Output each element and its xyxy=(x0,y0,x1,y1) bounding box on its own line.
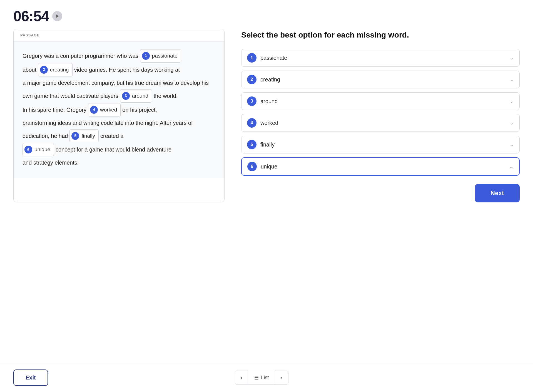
timer-area: 06:54 xyxy=(0,0,533,29)
passage-panel: PASSAGE Gregory was a computer programme… xyxy=(13,29,225,202)
dropdown-item-4[interactable]: 4 worked ⌄ xyxy=(241,114,520,132)
passage-line-3: a major game development company, but hi… xyxy=(23,77,215,89)
next-button[interactable]: Next xyxy=(475,184,520,202)
passage-text: Gregory was a computer programmer who wa… xyxy=(23,50,138,62)
dropdown-item-2[interactable]: 2 creating ⌄ xyxy=(241,71,520,88)
passage-header: PASSAGE xyxy=(14,29,224,41)
chevron-down-icon-6: ⌄ xyxy=(509,163,514,170)
chevron-down-icon-3: ⌄ xyxy=(510,98,514,104)
dropdown-label-4: worked xyxy=(260,120,506,126)
blank-num-3: 3 xyxy=(122,92,130,100)
dropdown-num-2: 2 xyxy=(247,75,256,84)
dropdown-item-3[interactable]: 3 around ⌄ xyxy=(241,92,520,110)
dropdown-item-6[interactable]: 6 unique ⌄ xyxy=(241,157,520,176)
passage-text: In his spare time, Gregory xyxy=(23,104,86,116)
dropdown-num-5: 5 xyxy=(247,140,256,149)
list-icon: ☰ xyxy=(254,375,259,381)
bottom-bar: Exit ‹ ☰ List › xyxy=(0,363,533,392)
blank-word-5: finally xyxy=(81,130,95,142)
passage-line-4: own game that would captivate players 3 … xyxy=(23,89,215,103)
passage-text: on his project, xyxy=(122,104,157,116)
dropdown-num-3: 3 xyxy=(247,96,256,106)
dropdown-label-1: passionate xyxy=(260,55,506,61)
blank-1: 1 passionate xyxy=(140,49,181,63)
passage-line-7: dedication, he had 5 finally created a xyxy=(23,129,215,143)
blank-word-2: creating xyxy=(50,64,69,75)
passage-line-9: and strategy elements. xyxy=(23,157,215,168)
blank-num-5: 5 xyxy=(71,132,79,140)
timer-display: 06:54 xyxy=(13,8,49,24)
chevron-down-icon-2: ⌄ xyxy=(510,76,514,83)
dropdown-num-4: 4 xyxy=(247,118,256,128)
dropdown-num-1: 1 xyxy=(247,53,256,63)
dropdown-num-6: 6 xyxy=(247,162,257,171)
passage-text: the world. xyxy=(154,90,178,102)
chevron-down-icon-5: ⌄ xyxy=(510,142,514,148)
blank-4: 4 worked xyxy=(88,103,121,116)
passage-text: brainstorming ideas and writing code lat… xyxy=(23,117,193,129)
passage-text: video games. He spent his days working a… xyxy=(74,64,180,76)
passage-line-8: 6 unique concept for a game that would b… xyxy=(23,143,215,156)
exit-button[interactable]: Exit xyxy=(13,369,48,386)
passage-text: concept for a game that would blend adve… xyxy=(56,144,171,155)
chevron-down-icon-4: ⌄ xyxy=(510,120,514,126)
blank-word-3: around xyxy=(132,90,148,101)
blank-word-1: passionate xyxy=(152,50,178,61)
passage-line-2: about 2 creating video games. He spent h… xyxy=(23,63,215,76)
blank-3: 3 around xyxy=(120,89,152,103)
dropdown-list: 1 passionate ⌄ 2 creating ⌄ 3 around ⌄ 4… xyxy=(241,49,520,176)
play-button[interactable] xyxy=(52,11,62,21)
blank-word-4: worked xyxy=(100,104,117,115)
blank-word-6: unique xyxy=(34,144,50,155)
dropdown-label-3: around xyxy=(260,98,506,105)
list-label: List xyxy=(261,375,269,381)
nav-next-button[interactable]: › xyxy=(275,371,288,385)
dropdown-label-2: creating xyxy=(260,76,506,83)
blank-num-2: 2 xyxy=(40,66,48,74)
passage-text: and strategy elements. xyxy=(23,157,79,168)
passage-body: Gregory was a computer programmer who wa… xyxy=(14,41,224,178)
nav-controls: ‹ ☰ List › xyxy=(235,371,288,385)
passage-line-1: Gregory was a computer programmer who wa… xyxy=(23,49,215,63)
right-panel: Select the best option for each missing … xyxy=(241,29,520,202)
blank-num-1: 1 xyxy=(142,52,150,60)
blank-5: 5 finally xyxy=(69,129,99,143)
dropdown-item-5[interactable]: 5 finally ⌄ xyxy=(241,136,520,153)
passage-text: dedication, he had xyxy=(23,130,68,142)
dropdown-label-6: unique xyxy=(261,163,505,170)
chevron-down-icon-1: ⌄ xyxy=(510,55,514,61)
blank-num-4: 4 xyxy=(90,106,98,114)
blank-num-6: 6 xyxy=(24,146,32,153)
main-content: PASSAGE Gregory was a computer programme… xyxy=(0,29,533,202)
nav-prev-button[interactable]: ‹ xyxy=(235,371,248,385)
svg-marker-0 xyxy=(56,14,59,18)
passage-line-6: brainstorming ideas and writing code lat… xyxy=(23,117,215,129)
passage-text: created a xyxy=(100,130,123,142)
passage-text: about xyxy=(23,64,36,76)
blank-2: 2 creating xyxy=(38,63,73,76)
blank-6: 6 unique xyxy=(23,143,54,156)
dropdown-label-5: finally xyxy=(260,142,506,148)
dropdown-item-1[interactable]: 1 passionate ⌄ xyxy=(241,49,520,67)
passage-line-5: In his spare time, Gregory 4 worked on h… xyxy=(23,103,215,116)
nav-list-button[interactable]: ☰ List xyxy=(248,371,275,385)
instruction-title: Select the best option for each missing … xyxy=(241,30,520,40)
passage-text: own game that would captivate players xyxy=(23,90,118,102)
passage-text: a major game development company, but hi… xyxy=(23,77,209,89)
